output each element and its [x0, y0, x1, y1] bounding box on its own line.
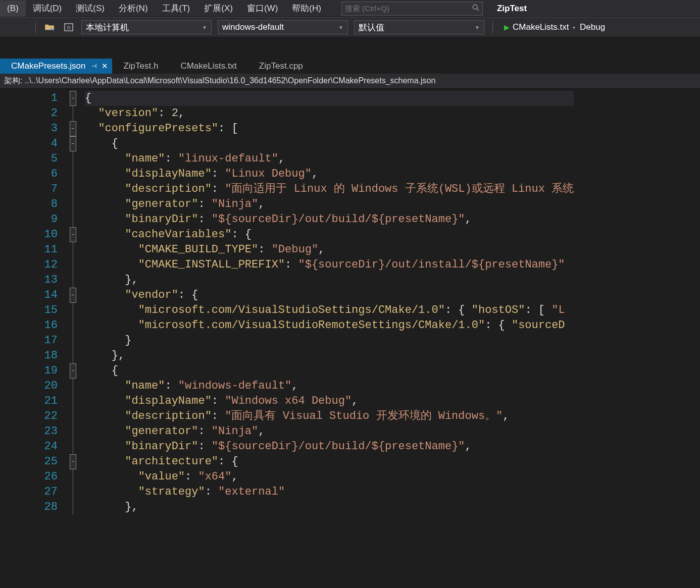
menu-item-window[interactable]: 窗口(W) — [240, 0, 285, 17]
fold-cell — [66, 257, 80, 273]
menu-item-extensions[interactable]: 扩展(X) — [197, 0, 240, 17]
code-line[interactable]: "cacheVariables": { — [85, 227, 574, 242]
line-number: 16 — [0, 318, 58, 333]
code-line[interactable]: "microsoft.com/VisualStudioSettings/CMak… — [85, 303, 574, 318]
chevron-down-icon: ▼ — [338, 25, 343, 30]
code-line[interactable]: }, — [85, 273, 574, 288]
open-folder-icon[interactable] — [42, 21, 57, 34]
menu-item-tools[interactable]: 工具(T) — [155, 0, 197, 17]
code-line[interactable]: "generator": "Ninja", — [85, 424, 574, 439]
fold-toggle-icon[interactable]: − — [70, 136, 76, 151]
code-line[interactable]: "binaryDir": "${sourceDir}/out/build/${p… — [85, 212, 574, 227]
fold-cell — [66, 409, 80, 424]
preset-combo[interactable]: windows-default ▼ — [218, 20, 348, 34]
code-line[interactable]: "value": "x64", — [85, 469, 574, 485]
app-icon[interactable] — [61, 21, 76, 34]
fold-toggle-icon[interactable]: − — [70, 454, 76, 469]
fold-cell[interactable]: − — [66, 454, 80, 469]
code-line[interactable]: } — [85, 333, 574, 348]
preset-combo-label: windows-default — [222, 22, 284, 32]
code-line[interactable]: "binaryDir": "${sourceDir}/out/build/${p… — [85, 439, 574, 454]
line-number: 12 — [0, 257, 58, 273]
fold-toggle-icon[interactable]: − — [70, 288, 76, 303]
code-content[interactable]: { "version": 2, "configurePresets": [ { … — [80, 89, 574, 515]
line-number: 13 — [0, 273, 58, 288]
code-line[interactable]: "description": "面向适用于 Linux 的 Windows 子系… — [85, 182, 574, 197]
code-line[interactable]: }, — [85, 348, 574, 363]
menu-item-b[interactable]: (B) — [0, 1, 26, 17]
code-line[interactable]: "CMAKE_INSTALL_PREFIX": "${sourceDir}/ou… — [85, 257, 574, 273]
fold-cell[interactable]: − — [66, 91, 80, 106]
fold-cell[interactable]: − — [66, 363, 80, 379]
fold-cell — [66, 197, 80, 212]
fold-toggle-icon[interactable]: − — [70, 227, 76, 242]
line-number: 28 — [0, 500, 58, 515]
fold-cell — [66, 348, 80, 363]
code-line[interactable]: "name": "linux-default", — [85, 151, 574, 167]
code-line[interactable]: "version": 2, — [85, 106, 574, 121]
code-line[interactable]: "displayName": "Linux Debug", — [85, 167, 574, 182]
line-number: 24 — [0, 439, 58, 454]
line-number: 19 — [0, 363, 58, 379]
line-number: 9 — [0, 212, 58, 227]
line-number: 25 — [0, 454, 58, 469]
tab-label: ZipTest.h — [123, 61, 158, 71]
code-line[interactable]: }, — [85, 500, 574, 515]
code-line[interactable]: "name": "windows-default", — [85, 379, 574, 394]
menu-item-debug[interactable]: 调试(D) — [26, 0, 69, 17]
pin-icon[interactable]: ⊣ — [91, 63, 96, 70]
fold-toggle-icon[interactable]: − — [70, 91, 76, 106]
menu-item-analyze[interactable]: 分析(N) — [112, 0, 155, 17]
search-icon — [472, 4, 479, 13]
code-line[interactable]: "configurePresets": [ — [85, 121, 574, 136]
line-number: 2 — [0, 106, 58, 121]
code-line[interactable]: { — [85, 363, 574, 379]
code-line[interactable]: "architecture": { — [85, 454, 574, 469]
target-combo[interactable]: 本地计算机 ▼ — [81, 20, 212, 34]
menu-item-test[interactable]: 测试(S) — [69, 0, 112, 17]
tab-active[interactable]: CMakePresets.json ⊣ ✕ — [0, 59, 112, 74]
search-box[interactable] — [341, 2, 483, 16]
code-line[interactable]: "generator": "Ninja", — [85, 197, 574, 212]
line-number: 21 — [0, 394, 58, 409]
line-number: 4 — [0, 136, 58, 151]
code-line[interactable]: "microsoft.com/VisualStudioRemoteSetting… — [85, 318, 574, 333]
build-combo[interactable]: 默认值 ▼ — [354, 20, 484, 34]
tab-ziptest-cpp[interactable]: ZipTest.cpp — [248, 59, 314, 74]
chevron-down-icon: ▼ — [202, 25, 207, 30]
svg-point-0 — [473, 5, 477, 9]
line-number: 20 — [0, 379, 58, 394]
fold-cell — [66, 151, 80, 167]
search-input[interactable] — [345, 4, 472, 13]
fold-toggle-icon[interactable]: − — [70, 121, 76, 136]
svg-point-3 — [67, 26, 70, 29]
fold-cell — [66, 106, 80, 121]
code-line[interactable]: "displayName": "Windows x64 Debug", — [85, 394, 574, 409]
menu-item-help[interactable]: 帮助(H) — [285, 0, 328, 17]
solution-name: ZipTest — [483, 4, 541, 14]
code-editor[interactable]: 1234567891011121314151617181920212223242… — [0, 89, 700, 515]
fold-toggle-icon[interactable]: − — [70, 363, 76, 379]
code-line[interactable]: { — [85, 91, 574, 106]
run-target-label: CMakeLists.txt — [513, 22, 569, 32]
schema-prefix: 架构: — [4, 76, 22, 85]
fold-cell[interactable]: − — [66, 227, 80, 242]
close-icon[interactable]: ✕ — [102, 62, 108, 71]
tab-ziptest-h[interactable]: ZipTest.h — [112, 59, 169, 74]
fold-cell[interactable]: − — [66, 136, 80, 151]
fold-gutter[interactable]: −−−−−−− — [66, 89, 80, 515]
code-line[interactable]: "description": "面向具有 Visual Studio 开发环境的… — [85, 409, 574, 424]
line-number: 7 — [0, 182, 58, 197]
fold-cell[interactable]: − — [66, 121, 80, 136]
line-number: 23 — [0, 424, 58, 439]
code-line[interactable]: { — [85, 136, 574, 151]
code-line[interactable]: "CMAKE_BUILD_TYPE": "Debug", — [85, 242, 574, 257]
svg-line-1 — [477, 9, 479, 11]
fold-cell[interactable]: − — [66, 288, 80, 303]
fold-cell — [66, 394, 80, 409]
code-line[interactable]: "vendor": { — [85, 288, 574, 303]
code-line[interactable]: "strategy": "external" — [85, 485, 574, 500]
tab-cmakelists[interactable]: CMakeLists.txt — [169, 59, 247, 74]
line-number: 22 — [0, 409, 58, 424]
run-target[interactable]: ▶ CMakeLists.txt ▾ — [500, 20, 577, 34]
